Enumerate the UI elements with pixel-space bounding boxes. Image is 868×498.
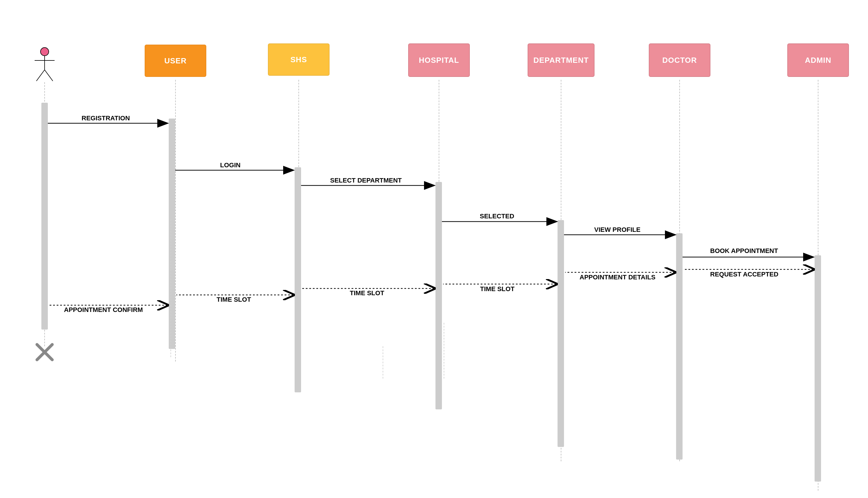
msg-selected: SELECTED: [480, 212, 514, 220]
msg-view-profile: VIEW PROFILE: [594, 226, 641, 234]
activation-user: [169, 119, 175, 349]
svg-line-4: [44, 70, 53, 81]
msg-appointment-details: APPOINTMENT DETAILS: [580, 274, 656, 281]
activation-end-hospital: [444, 323, 444, 379]
activation-end-shs: [383, 346, 383, 379]
lifeline-department-head: DEPARTMENT: [528, 43, 594, 77]
svg-line-3: [36, 70, 44, 81]
msg-select-department: SELECT DEPARTMENT: [330, 177, 402, 184]
activation-actor: [41, 103, 48, 330]
lifeline-doctor-head: DOCTOR: [649, 43, 710, 77]
svg-point-0: [40, 48, 49, 56]
activation-shs: [294, 167, 301, 392]
activation-end-user: [171, 219, 171, 357]
msg-book-appointment: BOOK APPOINTMENT: [710, 247, 778, 255]
msg-login: LOGIN: [220, 161, 241, 169]
msg-appointment-confirm: APPOINTMENT CONFIRM: [64, 306, 143, 314]
lifeline-hospital-head: HOSPITAL: [408, 43, 470, 77]
sequence-diagram: USER SHS HOSPITAL DEPARTMENT DOCTOR ADMI…: [0, 0, 868, 498]
lifeline-shs-head: SHS: [268, 43, 330, 76]
svg-line-5: [37, 344, 52, 360]
activation-admin: [815, 255, 821, 482]
msg-time-slot-1: TIME SLOT: [480, 285, 514, 293]
msg-time-slot-2: TIME SLOT: [350, 289, 384, 297]
msg-time-slot-3: TIME SLOT: [216, 296, 251, 303]
svg-line-6: [37, 344, 52, 360]
actor-icon: [32, 47, 57, 82]
lifeline-user-head: USER: [145, 44, 206, 77]
activation-doctor: [676, 233, 683, 460]
activation-hospital: [435, 182, 442, 409]
msg-request-accepted: REQUEST ACCEPTED: [710, 271, 778, 278]
activation-department: [557, 220, 564, 447]
lifeline-user-dash: [175, 80, 176, 362]
lifeline-admin-head: ADMIN: [787, 43, 849, 77]
msg-registration: REGISTRATION: [82, 115, 130, 122]
